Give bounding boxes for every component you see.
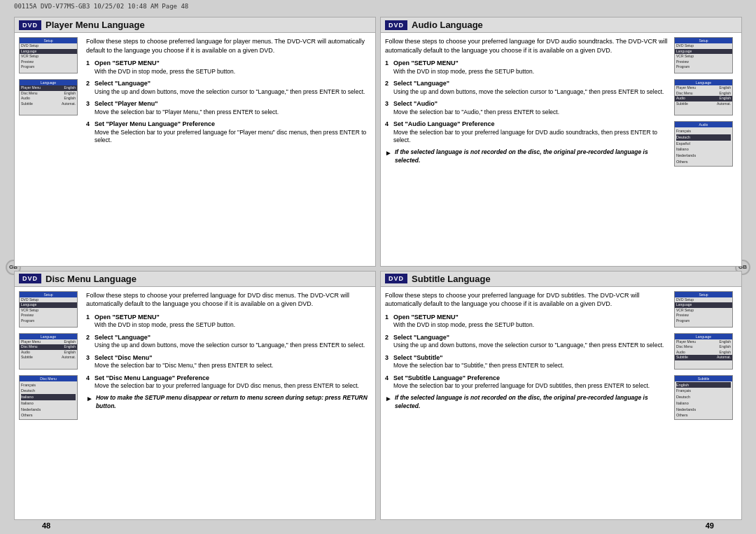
audio-header: DVD Audio Language — [381, 17, 741, 33]
player-menu-intro: Follow these steps to choose preferred l… — [86, 37, 371, 55]
disc-instructions: Follow these steps to choose your prefer… — [86, 291, 371, 516]
subtitle-screens: Setup DVD Setup Language VCR Setup Previ… — [674, 291, 737, 516]
page-header: 00115A DVD-V77MS-GB3 10/25/02 10:48 AM P… — [14, 3, 188, 10]
audio-step-4: 4 Set "Audio Language" Preference Move t… — [385, 120, 670, 145]
disc-screens: Setup DVD Setup Language VCR Setup Previ… — [19, 291, 82, 516]
disc-intro: Follow these steps to choose your prefer… — [86, 291, 371, 309]
audio-screen-3: Audio Français Deutsch Español Italiano … — [674, 121, 733, 167]
audio-step-1: 1 Open "SETUP MENU" With the DVD in stop… — [385, 59, 670, 76]
subtitle-screen-1: Setup DVD Setup Language VCR Setup Previ… — [674, 291, 733, 328]
disc-menu-title: Disc Menu Language — [46, 274, 371, 284]
player-menu-section: DVD Player Menu Language Setup DVD Setup… — [14, 17, 376, 267]
audio-note: ► If the selected language is not record… — [385, 148, 670, 165]
player-menu-header: DVD Player Menu Language — [15, 17, 375, 33]
disc-step-4: 4 Set "Disc Menu Language" Preference Mo… — [86, 374, 371, 391]
disc-menu-header: DVD Disc Menu Language — [15, 272, 375, 287]
disc-step-1: 1 Open "SETUP MENU" With the DVD in stop… — [86, 313, 371, 330]
audio-step-3: 3 Select "Audio" Move the selection bar … — [385, 99, 670, 116]
player-screen-1: Setup DVD Setup Language VCR Setup Previ… — [19, 37, 78, 73]
player-menu-screens: Setup DVD Setup Language VCR Setup Previ… — [19, 37, 82, 262]
player-screen-2: Language Player MenuEnglish Disc MenuEng… — [19, 79, 78, 115]
subtitle-dvd-badge: DVD — [385, 274, 407, 283]
audio-screen-1: Setup DVD Setup Language VCR Setup Previ… — [674, 37, 733, 73]
audio-screens: Setup DVD Setup Language VCR Setup Previ… — [674, 37, 737, 262]
subtitle-step-3: 3 Select "Subtitle" Move the selection b… — [385, 353, 670, 370]
subtitle-screen-2: Language Player MenuEnglish Disc MenuEng… — [674, 333, 733, 370]
player-menu-instructions: Follow these steps to choose preferred l… — [86, 37, 371, 262]
subtitle-step-2: 2 Select "Language" Using the up and dow… — [385, 333, 670, 350]
disc-menu-dvd-badge: DVD — [19, 274, 41, 283]
disc-note: ► How to make the SETUP menu disappear o… — [86, 394, 371, 411]
audio-intro: Follow these steps to choose your prefer… — [385, 37, 670, 55]
audio-section: DVD Audio Language Follow these steps to… — [380, 17, 742, 267]
player-menu-dvd-badge: DVD — [19, 20, 41, 30]
disc-step-3: 3 Select "Disc Menu" Move the selection … — [86, 353, 371, 370]
subtitle-instructions: Follow these steps to choose your prefer… — [385, 291, 670, 516]
disc-screen-3: Disc Menu Français Deutsch Italiano Ital… — [19, 375, 78, 421]
subtitle-note: ► If the selected language is not record… — [385, 394, 670, 411]
audio-screen-2: Language Player MenuEnglish Disc MenuEng… — [674, 79, 733, 115]
player-step-1: 1 Open "SETUP MENU" With the DVD in stop… — [86, 59, 371, 76]
disc-step-2: 2 Select "Language" Using the up and dow… — [86, 333, 371, 350]
subtitle-header: DVD Subtitle Language — [381, 272, 741, 287]
subtitle-intro: Follow these steps to choose your prefer… — [385, 291, 670, 309]
audio-dvd-badge: DVD — [385, 20, 407, 30]
disc-screen-1: Setup DVD Setup Language VCR Setup Previ… — [19, 291, 78, 328]
disc-screen-2: Language Player MenuEnglish Disc MenuEng… — [19, 333, 78, 370]
subtitle-title: Subtitle Language — [412, 274, 737, 284]
subtitle-step-1: 1 Open "SETUP MENU" With the DVD in stop… — [385, 313, 670, 330]
page-num-right: 49 — [706, 521, 714, 530]
audio-step-2: 2 Select "Language" Using the up and dow… — [385, 79, 670, 96]
player-step-4: 4 Set "Player Menu Language" Preference … — [86, 120, 371, 145]
player-step-2: 2 Select "Language" Using the up and dow… — [86, 79, 371, 96]
page-num-left: 48 — [42, 521, 50, 530]
player-menu-title: Player Menu Language — [46, 20, 371, 30]
subtitle-screen-3: Subtitle English Français Deutsch Italia… — [674, 375, 733, 421]
player-step-3: 3 Select "Player Menu" Move the selectio… — [86, 99, 371, 116]
subtitle-section: DVD Subtitle Language Follow these steps… — [380, 271, 742, 521]
disc-menu-section: DVD Disc Menu Language Setup DVD Setup L… — [14, 271, 376, 521]
audio-title: Audio Language — [412, 20, 737, 30]
subtitle-step-4: 4 Set "Subtitle Language" Preference Mov… — [385, 374, 670, 391]
audio-instructions: Follow these steps to choose your prefer… — [385, 37, 670, 262]
page-numbers: 48 49 — [0, 521, 756, 530]
